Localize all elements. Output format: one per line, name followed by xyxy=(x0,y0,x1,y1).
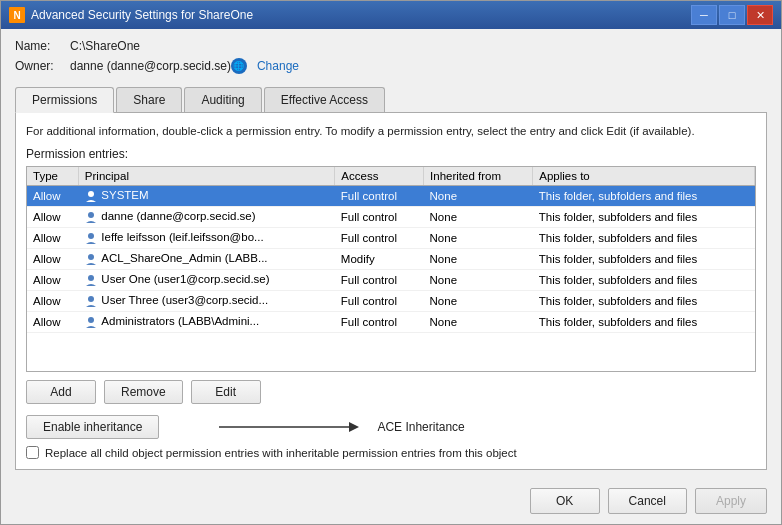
ok-button[interactable]: OK xyxy=(530,488,600,514)
enable-inheritance-button[interactable]: Enable inheritance xyxy=(26,415,159,439)
cell-access: Full control xyxy=(335,207,424,228)
owner-label: Owner: xyxy=(15,59,70,73)
cell-type: Allow xyxy=(27,312,78,333)
maximize-button[interactable]: □ xyxy=(719,5,745,25)
cell-access: Full control xyxy=(335,228,424,249)
cell-access: Full control xyxy=(335,270,424,291)
change-link[interactable]: Change xyxy=(257,59,299,73)
cell-applies: This folder, subfolders and files xyxy=(533,207,755,228)
table-row[interactable]: Allow User Three (user3@corp.secid... Fu… xyxy=(27,291,755,312)
tab-auditing[interactable]: Auditing xyxy=(184,87,261,112)
replace-checkbox-label: Replace all child object permission entr… xyxy=(45,447,517,459)
table-row[interactable]: Allow ACL_ShareOne_Admin (LABB... Modify… xyxy=(27,249,755,270)
svg-point-4 xyxy=(88,275,94,281)
add-button[interactable]: Add xyxy=(26,380,96,404)
name-row: Name: C:\ShareOne xyxy=(15,39,767,53)
table-header-row: Type Principal Access Inherited from App… xyxy=(27,167,755,186)
cell-principal: ACL_ShareOne_Admin (LABB... xyxy=(78,249,335,270)
svg-point-2 xyxy=(88,233,94,239)
table-row[interactable]: Allow Ieffe leifsson (leif.leifsson@bo..… xyxy=(27,228,755,249)
table-row[interactable]: Allow Administrators (LABB\Admini... Ful… xyxy=(27,312,755,333)
cell-inherited: None xyxy=(424,270,533,291)
col-header-access: Access xyxy=(335,167,424,186)
title-bar: N Advanced Security Settings for ShareOn… xyxy=(1,1,781,29)
permissions-panel: For additional information, double-click… xyxy=(15,113,767,470)
cell-type: Allow xyxy=(27,207,78,228)
perm-entries-label: Permission entries: xyxy=(26,147,756,161)
app-icon: N xyxy=(9,7,25,23)
replace-checkbox[interactable] xyxy=(26,446,39,459)
cell-applies: This folder, subfolders and files xyxy=(533,228,755,249)
name-value: C:\ShareOne xyxy=(70,39,140,53)
cancel-button[interactable]: Cancel xyxy=(608,488,687,514)
col-header-inherited: Inherited from xyxy=(424,167,533,186)
cell-principal: User One (user1@corp.secid.se) xyxy=(78,270,335,291)
info-text: For additional information, double-click… xyxy=(26,123,756,139)
cell-inherited: None xyxy=(424,291,533,312)
cell-inherited: None xyxy=(424,228,533,249)
remove-button[interactable]: Remove xyxy=(104,380,183,404)
cell-principal: User Three (user3@corp.secid... xyxy=(78,291,335,312)
bottom-actions: Add Remove Edit xyxy=(26,380,756,404)
inheritance-section: Enable inheritance ACE Inheritance xyxy=(26,412,756,442)
table-row[interactable]: Allow SYSTEM Full control None This fold… xyxy=(27,186,755,207)
cell-applies: This folder, subfolders and files xyxy=(533,270,755,291)
cell-principal: danne (danne@corp.secid.se) xyxy=(78,207,335,228)
cell-access: Full control xyxy=(335,291,424,312)
cell-applies: This folder, subfolders and files xyxy=(533,291,755,312)
ace-arrow-area: ACE Inheritance xyxy=(209,412,464,442)
permissions-table-container[interactable]: Type Principal Access Inherited from App… xyxy=(26,166,756,372)
cell-principal: Administrators (LABB\Admini... xyxy=(78,312,335,333)
svg-point-5 xyxy=(88,296,94,302)
cell-inherited: None xyxy=(424,249,533,270)
cell-type: Allow xyxy=(27,186,78,207)
tabs-bar: Permissions Share Auditing Effective Acc… xyxy=(15,87,767,113)
cell-applies: This folder, subfolders and files xyxy=(533,312,755,333)
checkbox-row: Replace all child object permission entr… xyxy=(26,446,756,459)
cell-inherited: None xyxy=(424,186,533,207)
main-content: Name: C:\ShareOne Owner: danne (danne@co… xyxy=(1,29,781,480)
cell-applies: This folder, subfolders and files xyxy=(533,186,755,207)
ace-label: ACE Inheritance xyxy=(377,420,464,434)
cell-access: Full control xyxy=(335,312,424,333)
owner-value: danne (danne@corp.secid.se) xyxy=(70,59,231,73)
table-row[interactable]: Allow User One (user1@corp.secid.se) Ful… xyxy=(27,270,755,291)
cell-principal: Ieffe leifsson (leif.leifsson@bo... xyxy=(78,228,335,249)
title-bar-left: N Advanced Security Settings for ShareOn… xyxy=(9,7,253,23)
cell-inherited: None xyxy=(424,207,533,228)
minimize-button[interactable]: ─ xyxy=(691,5,717,25)
close-button[interactable]: ✕ xyxy=(747,5,773,25)
cell-inherited: None xyxy=(424,312,533,333)
edit-button[interactable]: Edit xyxy=(191,380,261,404)
svg-point-3 xyxy=(88,254,94,260)
inheritance-arrow-svg xyxy=(209,412,369,442)
tab-permissions[interactable]: Permissions xyxy=(15,87,114,113)
table-row[interactable]: Allow danne (danne@corp.secid.se) Full c… xyxy=(27,207,755,228)
cell-type: Allow xyxy=(27,270,78,291)
name-label: Name: xyxy=(15,39,70,53)
globe-icon: 🌐 xyxy=(231,58,247,74)
svg-point-1 xyxy=(88,212,94,218)
window-title: Advanced Security Settings for ShareOne xyxy=(31,8,253,22)
svg-point-0 xyxy=(88,191,94,197)
cell-type: Allow xyxy=(27,291,78,312)
svg-marker-8 xyxy=(349,422,359,432)
col-header-principal: Principal xyxy=(78,167,335,186)
col-header-applies: Applies to xyxy=(533,167,755,186)
cell-type: Allow xyxy=(27,249,78,270)
cell-applies: This folder, subfolders and files xyxy=(533,249,755,270)
window: N Advanced Security Settings for ShareOn… xyxy=(0,0,782,525)
cell-principal: SYSTEM xyxy=(78,186,335,207)
cell-access: Modify xyxy=(335,249,424,270)
cell-type: Allow xyxy=(27,228,78,249)
apply-button[interactable]: Apply xyxy=(695,488,767,514)
tab-effective-access[interactable]: Effective Access xyxy=(264,87,385,112)
svg-point-6 xyxy=(88,317,94,323)
permissions-table: Type Principal Access Inherited from App… xyxy=(27,167,755,333)
cell-access: Full control xyxy=(335,186,424,207)
footer: OK Cancel Apply xyxy=(1,480,781,524)
owner-row: Owner: danne (danne@corp.secid.se) 🌐 Cha… xyxy=(15,58,767,74)
col-header-type: Type xyxy=(27,167,78,186)
window-controls: ─ □ ✕ xyxy=(691,5,773,25)
tab-share[interactable]: Share xyxy=(116,87,182,112)
